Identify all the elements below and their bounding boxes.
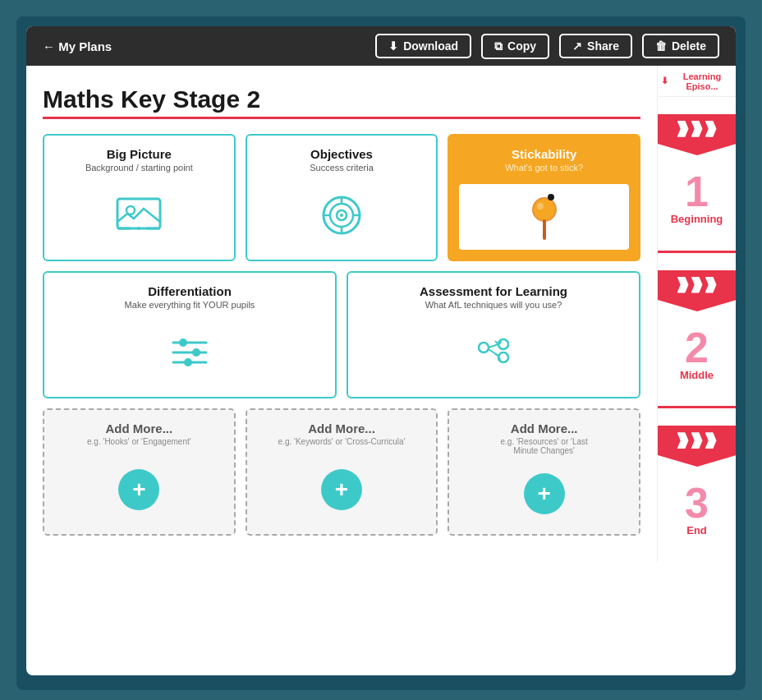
sidebar-header: ⬇ Learning Episo...	[658, 66, 736, 97]
big-picture-title: Big Picture	[107, 147, 172, 161]
svg-point-8	[340, 214, 343, 217]
svg-point-16	[537, 203, 544, 210]
chevron-2	[691, 121, 703, 137]
grid-row-2: Differentiation Make everything fit YOUR…	[43, 271, 640, 398]
grid-row-1: Big Picture Background / starting point	[43, 134, 640, 261]
download-button[interactable]: ⬇ Download	[375, 34, 471, 58]
section-number-2: 2	[685, 326, 709, 369]
copy-button[interactable]: ⧉ Copy	[481, 34, 549, 59]
sidebar-section-1: 1 Beginning	[658, 97, 736, 253]
chevron-strip-1	[658, 114, 736, 144]
big-picture-icon	[114, 179, 163, 251]
svg-line-27	[489, 344, 498, 348]
plus-circle-1: +	[118, 469, 159, 510]
svg-point-24	[479, 343, 489, 352]
top-nav: ← My Plans ⬇ Download ⧉ Copy ↗ Share 🗑 D…	[26, 26, 736, 66]
differentiation-title: Differentiation	[148, 284, 232, 298]
page-title: Maths Key Stage 2	[43, 85, 640, 113]
chevron-strip-3	[658, 426, 736, 455]
chevron-8	[691, 432, 703, 449]
assessment-subtitle: What AfL techniques will you use?	[425, 300, 562, 310]
share-icon: ↗	[572, 39, 582, 53]
add-more-title-3: Add More...	[511, 421, 578, 435]
assessment-title: Assessment for Learning	[420, 284, 567, 298]
differentiation-icon	[165, 316, 214, 389]
add-more-subtitle-2: e.g. 'Keywords' or 'Cross-Curricula'	[278, 437, 406, 446]
objectives-title: Objectives	[310, 147, 373, 161]
download-icon: ⬇	[388, 39, 398, 53]
chevron-inner-3	[677, 432, 717, 449]
main-content: Maths Key Stage 2 Big Picture Background…	[26, 66, 657, 562]
chevron-1	[677, 121, 689, 137]
differentiation-card[interactable]: Differentiation Make everything fit YOUR…	[43, 271, 337, 398]
section-number-3: 3	[685, 481, 709, 524]
svg-point-23	[184, 358, 192, 366]
plus-circle-2: +	[321, 469, 362, 510]
big-picture-card[interactable]: Big Picture Background / starting point	[43, 134, 236, 261]
chevron-9	[705, 432, 717, 449]
right-sidebar: ⬇ Learning Episo... 1 Beginning	[657, 66, 736, 562]
add-more-title-2: Add More...	[308, 421, 375, 435]
section-label-1: Beginning	[671, 213, 723, 225]
download-sidebar-icon: ⬇	[661, 76, 668, 86]
differentiation-subtitle: Make everything fit YOUR pupils	[125, 300, 255, 310]
assessment-icon	[467, 316, 520, 389]
chevron-4	[677, 277, 689, 293]
assessment-card[interactable]: Assessment for Learning What AfL techniq…	[347, 271, 640, 398]
plus-circle-3: +	[524, 473, 565, 514]
add-more-subtitle-3: e.g. 'Resources' or 'Last Minute Changes…	[495, 437, 594, 455]
title-divider	[43, 117, 640, 119]
add-more-title-1: Add More...	[106, 421, 173, 435]
stickability-inner	[457, 182, 631, 251]
add-more-icon-2: +	[321, 453, 362, 526]
main-card: ← My Plans ⬇ Download ⧉ Copy ↗ Share 🗑 D…	[26, 26, 736, 675]
content-area: Maths Key Stage 2 Big Picture Background…	[26, 66, 736, 562]
chevron-strip-2	[658, 270, 736, 300]
chevron-inner-1	[677, 121, 717, 137]
objectives-card[interactable]: Objectives Success criteria	[246, 134, 438, 261]
sidebar-section-3: 3 End	[658, 408, 736, 562]
section-number-1: 1	[685, 170, 709, 213]
stickability-title: Stickability	[512, 147, 576, 161]
stickability-card[interactable]: Stickability What's got to stick?	[448, 134, 640, 261]
section-label-2: Middle	[680, 369, 714, 381]
chevron-inner-2	[677, 277, 717, 293]
svg-point-21	[179, 338, 187, 347]
back-button[interactable]: ← My Plans	[43, 39, 112, 53]
add-more-icon-1: +	[118, 453, 159, 526]
big-picture-subtitle: Background / starting point	[85, 163, 193, 173]
objectives-subtitle: Success criteria	[310, 163, 374, 173]
stickability-subtitle: What's got to stick?	[505, 163, 583, 173]
svg-line-31	[495, 354, 498, 356]
grid-row-3: Add More... e.g. 'Hooks' or 'Engagement'…	[43, 408, 640, 536]
copy-icon: ⧉	[494, 39, 503, 53]
svg-point-26	[498, 339, 508, 349]
sidebar-section-2: 2 Middle	[658, 253, 736, 409]
chevron-6	[705, 277, 717, 293]
chevron-7	[677, 432, 689, 449]
trash-icon: 🗑	[655, 39, 667, 53]
add-more-icon-3: +	[524, 462, 565, 526]
section-label-3: End	[686, 524, 707, 537]
objectives-icon	[319, 179, 365, 251]
chevron-3	[705, 121, 717, 137]
svg-line-28	[495, 341, 498, 344]
add-more-card-1[interactable]: Add More... e.g. 'Hooks' or 'Engagement'…	[43, 408, 236, 536]
add-more-subtitle-1: e.g. 'Hooks' or 'Engagement'	[87, 437, 191, 446]
add-more-card-3[interactable]: Add More... e.g. 'Resources' or 'Last Mi…	[448, 408, 640, 536]
add-more-card-2[interactable]: Add More... e.g. 'Keywords' or 'Cross-Cu…	[246, 408, 438, 536]
svg-point-22	[192, 348, 200, 357]
chevron-5	[691, 277, 703, 293]
page-wrapper: ← My Plans ⬇ Download ⧉ Copy ↗ Share 🗑 D…	[16, 16, 746, 690]
delete-button[interactable]: 🗑 Delete	[642, 34, 719, 58]
share-button[interactable]: ↗ Share	[559, 34, 632, 58]
svg-point-17	[548, 194, 554, 200]
